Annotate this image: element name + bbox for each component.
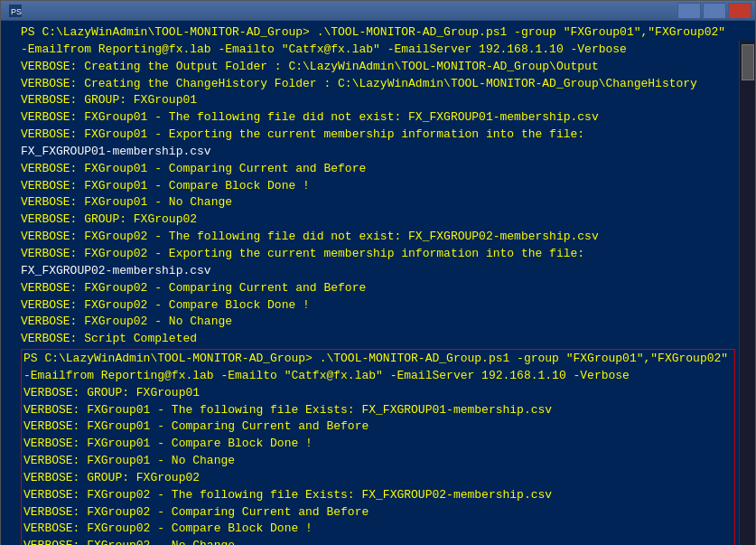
terminal-line: VERBOSE: FXGroup02 - Exporting the curre… — [21, 246, 735, 263]
terminal-line: VERBOSE: GROUP: FXGroup02 — [21, 211, 735, 229]
terminal-line: VERBOSE: FXGroup02 - No Change — [21, 314, 735, 331]
terminal-line: VERBOSE: FXGroup02 - Compare Block Done … — [23, 521, 733, 538]
terminal-line: VERBOSE: FXGroup01 - The following file … — [23, 402, 733, 419]
svg-text:PS: PS — [11, 7, 22, 16]
terminal-line: VERBOSE: Creating the ChangeHistory Fold… — [21, 76, 735, 93]
maximize-button[interactable] — [703, 3, 726, 19]
terminal-line: VERBOSE: FXGroup01 - Comparing Current a… — [23, 418, 733, 436]
terminal-line: VERBOSE: FXGroup02 - The following file … — [21, 229, 735, 246]
terminal-line: VERBOSE: FXGroup01 - Comparing Current a… — [21, 161, 735, 178]
terminal-line: VERBOSE: FXGroup02 - Comparing Current a… — [23, 504, 733, 522]
window-controls — [677, 3, 751, 19]
terminal-line: PS C:\LazyWinAdmin\TOOL-MONITOR-AD_Group… — [23, 351, 733, 385]
terminal-line: VERBOSE: FXGroup02 - The following file … — [23, 487, 733, 504]
terminal-line: VERBOSE: FXGroup02 - Compare Block Done … — [21, 297, 735, 315]
ps-icon: PS — [8, 4, 23, 18]
terminal-line: PS C:\LazyWinAdmin\TOOL-MONITOR-AD_Group… — [21, 24, 735, 59]
terminal-output[interactable]: PS C:\LazyWinAdmin\TOOL-MONITOR-AD_Group… — [1, 21, 755, 545]
titlebar-left: PS — [8, 4, 26, 18]
scrollbar-thumb[interactable] — [742, 44, 754, 80]
minimize-button[interactable] — [677, 3, 701, 19]
terminal-line: VERBOSE: FXGroup01 - Compare Block Done … — [21, 178, 735, 195]
terminal-line: VERBOSE: Script Completed — [21, 331, 735, 348]
terminal-line: VERBOSE: GROUP: FXGroup02 — [23, 470, 733, 487]
powershell-window: PS PS C:\LazyWinAdmin\TOOL-MONITOR-AD_Gr… — [0, 0, 756, 545]
terminal-line: FX_FXGROUP02-membership.csv — [21, 263, 735, 280]
terminal-line: VERBOSE: FXGroup01 - No Change — [23, 453, 733, 470]
terminal-line: VERBOSE: GROUP: FXGroup01 — [21, 92, 735, 109]
terminal-line: VERBOSE: FXGroup01 - No Change — [21, 194, 735, 211]
terminal-line: VERBOSE: FXGroup01 - Exporting the curre… — [21, 127, 735, 144]
terminal-line: VERBOSE: FXGroup02 - Comparing Current a… — [21, 280, 735, 297]
terminal-line: VERBOSE: FXGroup01 - The following file … — [21, 109, 735, 127]
terminal-line: VERBOSE: FXGroup02 - No Change — [23, 538, 733, 545]
terminal-line: VERBOSE: GROUP: FXGroup01 — [23, 385, 733, 402]
terminal-line: FX_FXGROUP01-membership.csv — [21, 144, 735, 161]
close-button[interactable] — [728, 3, 751, 19]
scrollbar[interactable] — [739, 41, 755, 545]
terminal-line: VERBOSE: Creating the Output Folder : C:… — [21, 59, 735, 76]
titlebar: PS — [1, 1, 755, 21]
terminal-line: VERBOSE: FXGroup01 - Compare Block Done … — [23, 436, 733, 453]
